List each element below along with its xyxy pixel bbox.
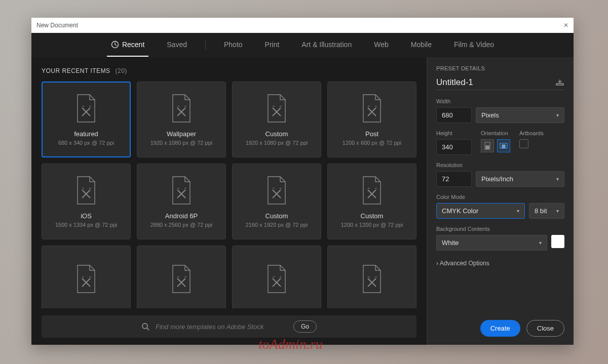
- tab-label: Photo: [224, 41, 243, 49]
- preset-dims: 1500 x 1334 px @ 72 ppi: [55, 222, 117, 228]
- close-icon[interactable]: ✕: [563, 22, 568, 29]
- preset-card[interactable]: [42, 246, 131, 308]
- category-tabs: Recent Saved Photo Print Art & Illustrat…: [31, 33, 574, 57]
- preset-title: Custom: [265, 212, 288, 220]
- preset-card[interactable]: Custom1920 x 1080 px @ 72 ppi: [232, 82, 321, 157]
- chevron-down-icon: ▾: [556, 208, 559, 214]
- tab-web[interactable]: Web: [370, 33, 393, 57]
- tab-label: Mobile: [411, 41, 432, 49]
- preset-dims: 1920 x 1080 px @ 72 ppi: [150, 140, 212, 146]
- preset-card[interactable]: Post1200 x 600 px @ 72 ppi: [327, 82, 416, 157]
- resolution-input[interactable]: [436, 171, 472, 187]
- orientation-label: Orientation: [481, 130, 510, 136]
- height-input[interactable]: [436, 139, 472, 155]
- tab-mobile[interactable]: Mobile: [407, 33, 436, 57]
- tab-label: Print: [265, 41, 280, 49]
- preset-title: Custom: [361, 212, 384, 220]
- presets-panel: YOUR RECENT ITEMS (20) featured680 x 340…: [31, 57, 427, 345]
- preset-card[interactable]: Custom2160 x 1920 px @ 72 ppi: [232, 164, 321, 239]
- tab-art[interactable]: Art & Illustration: [297, 33, 356, 57]
- bg-label: Background Contents: [436, 226, 564, 232]
- bg-select[interactable]: White ▾: [436, 235, 547, 251]
- tab-label: Art & Illustration: [301, 41, 352, 49]
- resolution-unit-select[interactable]: Pixels/Inch ▾: [476, 171, 564, 187]
- colormode-select[interactable]: CMYK Color ▾: [436, 203, 525, 219]
- preset-card[interactable]: Custom1200 x 1200 px @ 72 ppi: [327, 164, 416, 239]
- artboards-label: Artboards: [519, 130, 544, 136]
- recent-icon: [111, 41, 119, 49]
- close-button[interactable]: Close: [526, 320, 564, 337]
- preset-dims: 1200 x 600 px @ 72 ppi: [343, 140, 401, 146]
- preset-card[interactable]: [137, 246, 226, 308]
- height-label: Height: [436, 130, 472, 136]
- unit-value: Pixels: [481, 111, 499, 119]
- tab-saved[interactable]: Saved: [163, 33, 191, 57]
- width-label: Width: [436, 98, 564, 104]
- tab-label: Recent: [122, 41, 144, 49]
- preset-card[interactable]: [232, 246, 321, 308]
- recents-header-text: YOUR RECENT ITEMS: [42, 67, 110, 74]
- preset-dims: 1920 x 1080 px @ 72 ppi: [246, 140, 308, 146]
- tab-photo[interactable]: Photo: [220, 33, 247, 57]
- tab-film[interactable]: Film & Video: [450, 33, 498, 57]
- chevron-down-icon: ▾: [517, 208, 519, 214]
- preset-title: Post: [365, 130, 378, 138]
- tab-label: Web: [374, 41, 389, 49]
- recents-header: YOUR RECENT ITEMS (20): [42, 67, 416, 74]
- preset-title: Wallpaper: [167, 130, 196, 138]
- preset-title: Custom: [265, 130, 288, 138]
- chevron-right-icon: ›: [436, 260, 438, 267]
- recents-count: (20): [115, 67, 127, 74]
- preset-title: iOS: [81, 212, 92, 220]
- search-input[interactable]: [156, 323, 287, 331]
- colormode-label: Color Mode: [436, 194, 564, 200]
- document-name[interactable]: Untitled-1: [436, 77, 555, 88]
- svg-point-1: [142, 323, 147, 329]
- width-input[interactable]: [436, 107, 472, 123]
- advanced-label: Advanced Options: [440, 260, 489, 267]
- bg-value: White: [442, 239, 459, 247]
- preset-title: featured: [74, 130, 98, 138]
- preset-dims: 2880 x 2560 px @ 72 ppi: [150, 222, 212, 228]
- chevron-down-icon: ▾: [556, 112, 559, 118]
- tab-recent[interactable]: Recent: [107, 33, 148, 57]
- go-button[interactable]: Go: [293, 320, 317, 333]
- stock-search: Go: [42, 315, 416, 338]
- svg-rect-5: [502, 145, 505, 148]
- tab-label: Film & Video: [454, 41, 494, 49]
- window-title: New Document: [36, 22, 78, 29]
- preset-card[interactable]: featured680 x 340 px @ 72 ppi: [42, 82, 131, 157]
- preset-card[interactable]: Android 6P2880 x 2560 px @ 72 ppi: [137, 164, 226, 239]
- new-document-dialog: New Document ✕ Recent Saved Photo Print …: [31, 18, 574, 345]
- orientation-portrait[interactable]: [481, 139, 494, 152]
- colormode-value: CMYK Color: [442, 207, 478, 215]
- bg-swatch[interactable]: [551, 235, 564, 248]
- titlebar: New Document ✕: [31, 18, 574, 33]
- preset-dims: 1200 x 1200 px @ 72 ppi: [341, 222, 403, 228]
- preset-details-panel: PRESET DETAILS Untitled-1 Width Pixels ▾…: [427, 57, 574, 345]
- bitdepth-value: 8 bit: [535, 207, 547, 215]
- tab-separator: [205, 41, 206, 50]
- res-unit-value: Pixels/Inch: [481, 175, 513, 183]
- svg-rect-3: [486, 146, 489, 149]
- preset-dims: 680 x 340 px @ 72 ppi: [58, 140, 114, 146]
- unit-select[interactable]: Pixels ▾: [476, 107, 564, 123]
- preset-card[interactable]: iOS1500 x 1334 px @ 72 ppi: [42, 164, 131, 239]
- search-icon: [141, 322, 149, 331]
- preset-title: Android 6P: [165, 212, 198, 220]
- bitdepth-select[interactable]: 8 bit ▾: [529, 203, 564, 219]
- chevron-down-icon: ▾: [539, 240, 542, 246]
- tab-print[interactable]: Print: [261, 33, 284, 57]
- preset-card[interactable]: [327, 246, 416, 308]
- advanced-toggle[interactable]: › Advanced Options: [436, 260, 564, 267]
- preset-dims: 2160 x 1920 px @ 72 ppi: [246, 222, 308, 228]
- create-button[interactable]: Create: [480, 320, 520, 337]
- artboards-checkbox[interactable]: [519, 139, 528, 148]
- orientation-landscape[interactable]: [497, 139, 510, 152]
- preset-grid: featured680 x 340 px @ 72 ppiWallpaper19…: [42, 82, 416, 308]
- details-header: PRESET DETAILS: [436, 65, 564, 71]
- preset-card[interactable]: Wallpaper1920 x 1080 px @ 72 ppi: [137, 82, 226, 157]
- save-preset-icon[interactable]: [555, 79, 564, 86]
- chevron-down-icon: ▾: [556, 176, 559, 182]
- tab-label: Saved: [167, 41, 187, 49]
